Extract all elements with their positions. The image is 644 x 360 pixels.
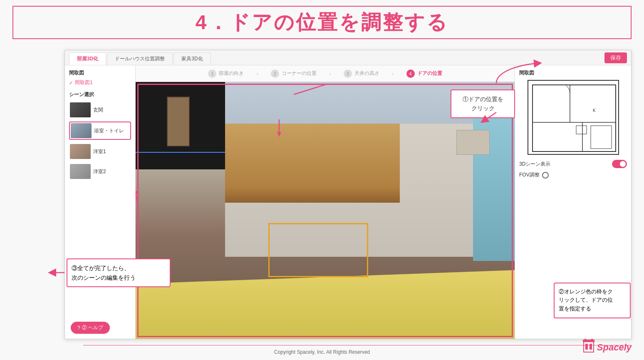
scene-label-room2: 洋室2 xyxy=(93,168,106,175)
step-1-num: 1 xyxy=(208,70,216,78)
floor-plan-preview: K xyxy=(528,80,619,155)
box-object xyxy=(456,130,490,155)
page-title: 4．ドアの位置を調整する xyxy=(196,9,449,36)
callout-next-scene: ③全てが完了したら、 次のシーンの編集を行う xyxy=(67,258,171,287)
viewport xyxy=(136,82,515,339)
step-1-label: 部屋の向き xyxy=(219,70,244,77)
spacely-brand-text: Spacely xyxy=(597,342,632,353)
step-4-label: ドアの位置 xyxy=(417,70,442,77)
step-3-label: 天井の高さ xyxy=(354,70,379,77)
toggle-label: 3Dシーン表示 xyxy=(519,161,550,168)
help-button[interactable]: ? ② ヘルプ xyxy=(71,322,110,334)
footer: Copyright Spacely, Inc. All Rights Reser… xyxy=(0,349,644,355)
step-4-num: 4 xyxy=(406,70,415,78)
tab-dollhouse[interactable]: ドールハウス位置調整 xyxy=(107,52,173,65)
scene-label-genkan: 玄関 xyxy=(93,107,103,114)
fov-row: FOV調整 xyxy=(519,171,627,179)
step-2: 2 コーナーの位置 xyxy=(271,70,317,78)
scene-thumb-bath xyxy=(71,123,92,138)
svg-rect-16 xyxy=(590,344,592,350)
copyright-text: Copyright Spacely, Inc. All Rights Reser… xyxy=(274,349,370,355)
callout-3-text: ③全てが完了したら、 次のシーンの編集を行う xyxy=(72,265,136,281)
tab-room-3d[interactable]: 部屋3D化 xyxy=(69,52,106,65)
svg-text:K: K xyxy=(593,108,596,113)
sidebar: 間取図 ✓ 間取図1 シーン選択 玄関 浴室・トイレ 洋室1 洋室2 ? ② ヘ… xyxy=(65,65,136,339)
tab-furniture-3d[interactable]: 家具3D化 xyxy=(173,52,211,65)
callout-orange-box: ②オレンジ色の枠をク リックして、ドアの位 置を指定する xyxy=(554,283,631,318)
spacely-logo: Spacely xyxy=(583,339,632,356)
step-bar: 1 部屋の向き › 2 コーナーの位置 › 3 天井の高さ › 4 ドアの位置 xyxy=(136,65,515,82)
fov-circle xyxy=(542,172,549,179)
spacely-icon xyxy=(583,339,594,356)
scene-thumb-genkan xyxy=(70,102,91,117)
step-arrow-3: › xyxy=(392,70,394,77)
callout-door-click: ①ドアの位置を クリック xyxy=(451,89,515,118)
floor-plan-item[interactable]: ✓ 間取図1 xyxy=(69,79,131,86)
app-frame: 部屋3D化 ドールハウス位置調整 家具3D化 保存 間取図 ✓ 間取図1 シーン… xyxy=(64,50,632,339)
step-2-num: 2 xyxy=(271,70,279,78)
svg-rect-0 xyxy=(533,85,616,151)
step-arrow-2: › xyxy=(329,70,331,77)
scene-label-room1: 洋室1 xyxy=(93,148,106,155)
floor-plan-svg: K xyxy=(528,81,619,155)
checkmark-icon: ✓ xyxy=(69,80,73,86)
scene-item-bath[interactable]: 浴室・トイレ xyxy=(69,122,131,140)
right-panel-title: 間取図 xyxy=(519,70,627,77)
spacely-hr xyxy=(83,345,632,345)
fov-label: FOV調整 xyxy=(519,171,540,179)
scene-section-title: シーン選択 xyxy=(69,91,131,98)
scene-item-room2[interactable]: 洋室2 xyxy=(69,163,131,180)
door-object xyxy=(167,97,190,146)
step-3: 3 天井の高さ xyxy=(344,70,379,78)
scene-label-bath: 浴室・トイレ xyxy=(94,127,124,134)
tab-bar: 部屋3D化 ドールハウス位置調整 家具3D化 保存 xyxy=(65,50,631,65)
svg-rect-19 xyxy=(591,339,593,340)
black-area xyxy=(136,82,225,169)
save-button[interactable]: 保存 xyxy=(604,52,627,63)
floor-plan-section-title: 間取図 xyxy=(69,70,131,77)
svg-rect-18 xyxy=(585,339,586,340)
scene-thumb-room2 xyxy=(70,164,91,179)
step-1: 1 部屋の向き xyxy=(208,70,244,78)
toggle-row: 3Dシーン表示 xyxy=(519,160,627,168)
scene-item-room1[interactable]: 洋室1 xyxy=(69,143,131,160)
help-label: ② ヘルプ xyxy=(82,324,103,331)
floor-plan-label: 間取図1 xyxy=(75,79,93,86)
step-4[interactable]: 4 ドアの位置 xyxy=(406,70,442,78)
blue-line xyxy=(136,152,225,153)
callout-1-text: ①ドアの位置を クリック xyxy=(463,96,503,112)
callout-2-text: ②オレンジ色の枠をク リックして、ドアの位 置を指定する xyxy=(559,288,613,312)
title-box: 4．ドアの位置を調整する xyxy=(12,6,632,39)
toggle-switch[interactable] xyxy=(612,160,627,168)
step-arrow-1: › xyxy=(256,70,258,77)
svg-rect-15 xyxy=(585,344,588,350)
spacely-pillar-icon xyxy=(583,339,594,353)
svg-rect-14 xyxy=(584,341,594,352)
scene-thumb-room1 xyxy=(70,144,91,159)
scene-item-genkan[interactable]: 玄関 xyxy=(69,102,131,118)
floor xyxy=(136,247,515,339)
step-3-num: 3 xyxy=(344,70,352,78)
room-scene xyxy=(136,82,515,339)
help-icon: ? xyxy=(77,325,80,331)
step-2-label: コーナーの位置 xyxy=(282,70,317,77)
wood-panel xyxy=(225,124,400,203)
